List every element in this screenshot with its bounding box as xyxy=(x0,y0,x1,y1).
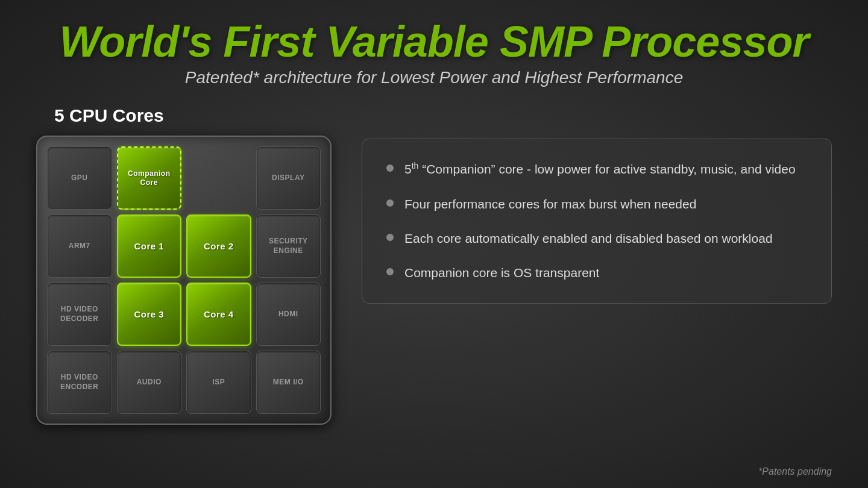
cell-core2: Core 2 xyxy=(186,214,251,278)
cell-gpu: GPU xyxy=(47,146,112,210)
bullet-dot-1 xyxy=(386,164,394,172)
bullet-text-4: Companion core is OS transparent xyxy=(404,264,807,281)
cell-core3: Core 3 xyxy=(117,283,182,346)
cell-hdmi: HDMI xyxy=(256,283,321,346)
slide: World's First Variable SMP Processor Pat… xyxy=(0,0,868,488)
bullet-text-2: Four performance cores for max burst whe… xyxy=(404,195,807,213)
chip-diagram: GPU CompanionCore DISPLAY ARM7 Core 1 Co… xyxy=(36,136,332,425)
bullet-dot-4 xyxy=(386,268,394,275)
main-title: World's First Variable SMP Processor xyxy=(36,18,832,66)
bullet-item-4: Companion core is OS transparent xyxy=(386,264,807,281)
cell-hdvideo-enc: HD VIDEOENCODER xyxy=(47,351,112,414)
cell-audio: AUDIO xyxy=(117,351,182,414)
content-area: 5 CPU Cores GPU CompanionCore DISPLAY AR… xyxy=(36,105,832,476)
cell-arm7: ARM7 xyxy=(47,214,112,278)
bullet-dot-2 xyxy=(386,199,394,207)
bullet-dot-3 xyxy=(386,234,394,241)
cell-core4: Core 4 xyxy=(186,283,251,346)
bullet-item-2: Four performance cores for max burst whe… xyxy=(386,195,807,213)
cell-core1: Core 1 xyxy=(117,214,182,278)
header: World's First Variable SMP Processor Pat… xyxy=(36,18,832,87)
cell-security: SECURITYENGINE xyxy=(256,214,321,278)
bullet-text-1: 5th “Companion” core - low power for act… xyxy=(404,160,807,178)
cpu-cores-label: 5 CPU Cores xyxy=(54,105,164,126)
bullet-item-1: 5th “Companion” core - low power for act… xyxy=(386,160,807,178)
bullet-item-3: Each core automatically enabled and disa… xyxy=(386,230,807,247)
bullet-text-3: Each core automatically enabled and disa… xyxy=(404,230,807,247)
cell-isp: ISP xyxy=(186,351,251,414)
cell-companion: CompanionCore xyxy=(117,146,182,210)
cell-empty-top xyxy=(186,146,251,210)
cell-memio: MEM I/O xyxy=(256,351,321,414)
patents-note: *Patents pending xyxy=(758,466,832,477)
cell-display: DISPLAY xyxy=(256,146,321,210)
info-box: 5th “Companion” core - low power for act… xyxy=(362,139,832,304)
subtitle: Patented* architecture for Lowest Power … xyxy=(36,68,832,87)
chip-section: 5 CPU Cores GPU CompanionCore DISPLAY AR… xyxy=(36,105,338,425)
chip-grid: GPU CompanionCore DISPLAY ARM7 Core 1 Co… xyxy=(47,146,321,414)
cell-hdvideo-dec: HD VIDEODECODER xyxy=(47,283,112,346)
info-section: 5th “Companion” core - low power for act… xyxy=(362,139,832,304)
